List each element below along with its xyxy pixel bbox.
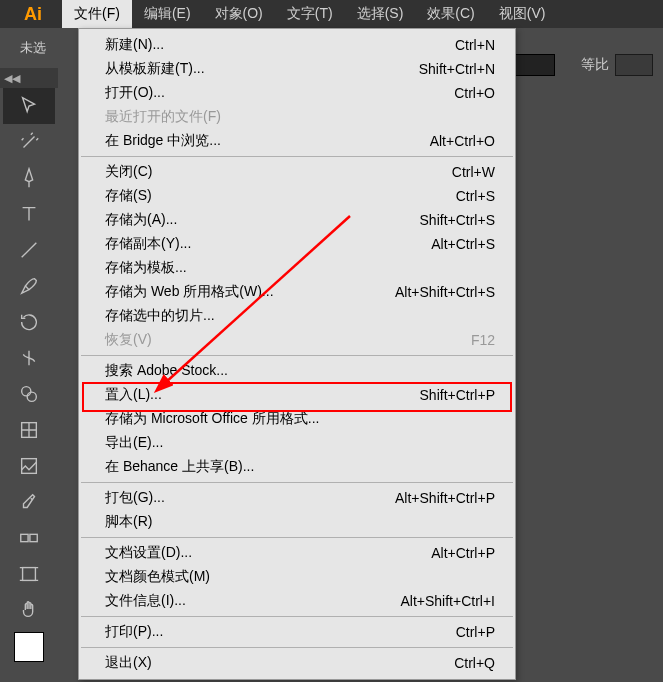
menu-item-label: 文档设置(D)... <box>105 544 192 562</box>
menu-item-shortcut: Ctrl+N <box>455 37 495 53</box>
menu-item-0[interactable]: 新建(N)...Ctrl+N <box>79 33 515 57</box>
ratio-label: 等比 <box>581 56 609 74</box>
menu-item-3: 最近打开的文件(F) <box>79 105 515 129</box>
menu-file[interactable]: 文件(F) <box>62 0 132 28</box>
menu-item-4[interactable]: 在 Bridge 中浏览...Alt+Ctrl+O <box>79 129 515 153</box>
shape-builder-tool[interactable] <box>3 376 55 412</box>
menu-item-label: 最近打开的文件(F) <box>105 108 221 126</box>
menu-item-18[interactable]: 导出(E)... <box>79 431 515 455</box>
selection-status: 未选 <box>20 39 46 57</box>
menu-item-28[interactable]: 打印(P)...Ctrl+P <box>79 620 515 644</box>
tools-panel-header[interactable]: ◀◀ <box>0 68 58 88</box>
menu-item-7[interactable]: 存储(S)Ctrl+S <box>79 184 515 208</box>
hand-tool[interactable] <box>3 592 55 628</box>
menu-item-label: 关闭(C) <box>105 163 152 181</box>
width-tool[interactable] <box>3 340 55 376</box>
menu-item-shortcut: Shift+Ctrl+P <box>420 387 495 403</box>
menu-item-2[interactable]: 打开(O)...Ctrl+O <box>79 81 515 105</box>
menu-item-8[interactable]: 存储为(A)...Shift+Ctrl+S <box>79 208 515 232</box>
menu-item-label: 在 Behance 上共享(B)... <box>105 458 254 476</box>
menu-item-shortcut: Ctrl+P <box>456 624 495 640</box>
menu-item-label: 存储为模板... <box>105 259 187 277</box>
menu-item-label: 文件信息(I)... <box>105 592 186 610</box>
eyedropper-tool[interactable] <box>3 484 55 520</box>
menu-item-9[interactable]: 存储副本(Y)...Alt+Ctrl+S <box>79 232 515 256</box>
menu-select[interactable]: 选择(S) <box>345 0 416 28</box>
fill-color-swatch[interactable] <box>14 632 44 662</box>
menu-item-1[interactable]: 从模板新建(T)...Shift+Ctrl+N <box>79 57 515 81</box>
image-trace-tool[interactable] <box>3 448 55 484</box>
menu-item-shortcut: Alt+Shift+Ctrl+I <box>400 593 495 609</box>
rotate-tool[interactable] <box>3 304 55 340</box>
menu-item-label: 脚本(R) <box>105 513 152 531</box>
menu-item-26[interactable]: 文件信息(I)...Alt+Shift+Ctrl+I <box>79 589 515 613</box>
blend-tool[interactable] <box>3 520 55 556</box>
paintbrush-tool[interactable] <box>3 268 55 304</box>
menu-item-label: 搜索 Adobe Stock... <box>105 362 228 380</box>
menu-item-label: 在 Bridge 中浏览... <box>105 132 221 150</box>
svg-rect-3 <box>22 459 37 474</box>
menu-separator <box>81 482 513 483</box>
menu-item-24[interactable]: 文档设置(D)...Alt+Ctrl+P <box>79 541 515 565</box>
menu-view[interactable]: 视图(V) <box>487 0 558 28</box>
menu-item-shortcut: Ctrl+S <box>456 188 495 204</box>
menu-separator <box>81 156 513 157</box>
menu-item-30[interactable]: 退出(X)Ctrl+Q <box>79 651 515 675</box>
menu-item-label: 打开(O)... <box>105 84 165 102</box>
menu-item-16[interactable]: 置入(L)...Shift+Ctrl+P <box>79 383 515 407</box>
menu-item-13: 恢复(V)F12 <box>79 328 515 352</box>
menu-item-label: 退出(X) <box>105 654 152 672</box>
menu-separator <box>81 647 513 648</box>
menu-item-6[interactable]: 关闭(C)Ctrl+W <box>79 160 515 184</box>
menu-separator <box>81 537 513 538</box>
menu-item-15[interactable]: 搜索 Adobe Stock... <box>79 359 515 383</box>
mesh-tool[interactable] <box>3 412 55 448</box>
svg-rect-4 <box>21 534 28 541</box>
selection-tool[interactable] <box>3 88 55 124</box>
menu-item-shortcut: Shift+Ctrl+S <box>420 212 495 228</box>
menu-item-22[interactable]: 脚本(R) <box>79 510 515 534</box>
menu-item-label: 新建(N)... <box>105 36 164 54</box>
menu-item-label: 存储为 Microsoft Office 所用格式... <box>105 410 319 428</box>
menu-item-12[interactable]: 存储选中的切片... <box>79 304 515 328</box>
line-tool[interactable] <box>3 232 55 268</box>
menu-item-label: 存储(S) <box>105 187 152 205</box>
menu-type[interactable]: 文字(T) <box>275 0 345 28</box>
menu-item-17[interactable]: 存储为 Microsoft Office 所用格式... <box>79 407 515 431</box>
menu-item-label: 存储选中的切片... <box>105 307 215 325</box>
menu-item-label: 恢复(V) <box>105 331 152 349</box>
ai-logo: Ai <box>4 2 62 26</box>
menu-item-19[interactable]: 在 Behance 上共享(B)... <box>79 455 515 479</box>
menu-item-label: 导出(E)... <box>105 434 163 452</box>
menu-item-shortcut: Ctrl+O <box>454 85 495 101</box>
menu-separator <box>81 616 513 617</box>
menu-item-label: 置入(L)... <box>105 386 162 404</box>
menu-item-21[interactable]: 打包(G)...Alt+Shift+Ctrl+P <box>79 486 515 510</box>
menu-item-shortcut: Alt+Shift+Ctrl+S <box>395 284 495 300</box>
menu-item-shortcut: Alt+Ctrl+P <box>431 545 495 561</box>
menu-item-shortcut: Ctrl+W <box>452 164 495 180</box>
magic-wand-tool[interactable] <box>3 124 55 160</box>
menu-item-10[interactable]: 存储为模板... <box>79 256 515 280</box>
type-tool[interactable] <box>3 196 55 232</box>
file-menu-dropdown: 新建(N)...Ctrl+N从模板新建(T)...Shift+Ctrl+N打开(… <box>78 28 516 680</box>
menu-item-label: 存储为 Web 所用格式(W)... <box>105 283 274 301</box>
tools-panel: ◀◀ <box>0 68 58 682</box>
svg-rect-5 <box>30 534 37 541</box>
menu-item-shortcut: Shift+Ctrl+N <box>419 61 495 77</box>
svg-point-0 <box>22 387 31 396</box>
menu-item-11[interactable]: 存储为 Web 所用格式(W)...Alt+Shift+Ctrl+S <box>79 280 515 304</box>
menu-item-label: 打包(G)... <box>105 489 165 507</box>
menu-item-25[interactable]: 文档颜色模式(M) <box>79 565 515 589</box>
menu-separator <box>81 355 513 356</box>
menu-item-label: 存储副本(Y)... <box>105 235 191 253</box>
menu-item-shortcut: Alt+Ctrl+S <box>431 236 495 252</box>
menu-effect[interactable]: 效果(C) <box>415 0 486 28</box>
menu-object[interactable]: 对象(O) <box>203 0 275 28</box>
menu-item-label: 存储为(A)... <box>105 211 177 229</box>
ratio-dropdown[interactable] <box>615 54 653 76</box>
menu-item-label: 打印(P)... <box>105 623 163 641</box>
artboard-tool[interactable] <box>3 556 55 592</box>
pen-tool[interactable] <box>3 160 55 196</box>
menu-edit[interactable]: 编辑(E) <box>132 0 203 28</box>
